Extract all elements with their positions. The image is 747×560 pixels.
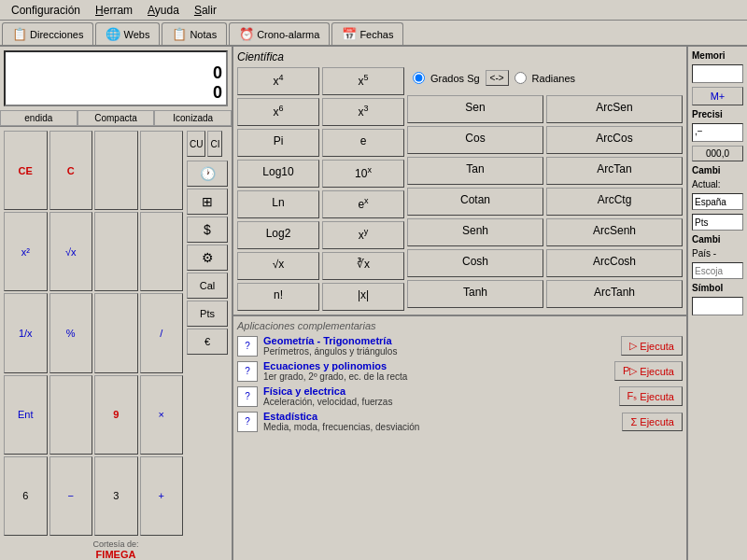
arcsenh-button[interactable]: ArcSenh [546,218,683,246]
app-item-stats: ? Estadística Media, moda, frecuencias, … [237,411,683,432]
cosh-button[interactable]: Cosh [407,249,543,277]
cal-button[interactable]: Cal [187,273,228,299]
exec-icon-stats: Σ [630,416,637,427]
grid-icon[interactable]: ⊞ [187,189,228,215]
xy-button[interactable]: xy [322,221,404,249]
app-title-stats: Estadística [263,411,616,422]
exec-label-equations: Ejecuta [640,366,674,377]
eur-button[interactable]: € [187,329,228,355]
n3-button[interactable]: 3 [94,456,138,536]
x5-button[interactable]: x5 [322,67,404,95]
tan-button[interactable]: Tan [407,157,543,185]
ex-button[interactable]: ex [322,190,404,218]
sub-button[interactable]: − [49,456,93,536]
ce-button[interactable]: CE [4,131,48,210]
pct-button[interactable]: % [49,293,93,372]
inv-button[interactable]: 1/x [4,293,48,372]
n9-button[interactable]: 9 [94,375,138,455]
pts-button[interactable]: Pts [187,301,228,327]
arccos-button[interactable]: ArcCos [546,126,683,154]
ci-button[interactable]: CI [207,131,222,157]
arctan-button[interactable]: ArcTan [546,157,683,185]
tab-direcciones[interactable]: 📋 Direcciones [2,22,93,45]
menu-herram[interactable]: Herram [88,2,140,19]
exec-physics-button[interactable]: Fₛ Ejecuta [619,386,683,406]
menu-salir[interactable]: Salir [187,2,224,19]
mplus-button[interactable]: M+ [692,87,743,105]
gear-icon[interactable]: ⚙ [187,245,228,271]
senh-button[interactable]: Senh [407,218,543,246]
empty4 [140,212,184,291]
tab-notas[interactable]: 📋 Notas [162,22,227,45]
cotan-button[interactable]: Cotan [407,188,543,216]
radianes-radio[interactable] [514,72,527,84]
x2-button[interactable]: x² [4,212,48,291]
fact-button[interactable]: n! [237,283,319,311]
pi-button[interactable]: Pi [237,129,319,157]
add-button[interactable]: + [140,456,184,536]
clock-icon[interactable]: 🕐 [187,161,228,187]
escoja-input[interactable] [692,262,743,279]
memory-display [692,64,743,83]
tab-crono-label: Crono-alarma [257,29,319,40]
view-compacta[interactable]: Compacta [78,110,155,126]
c-button[interactable]: C [49,131,93,210]
tab-crono[interactable]: ⏰ Crono-alarma [229,22,330,45]
log2-button[interactable]: Log2 [237,221,319,249]
e-button[interactable]: e [322,129,404,157]
simbolo-display [692,297,743,315]
angle-radio-group: Grados Sg <-> Radianes [407,67,683,89]
fechas-icon: 📅 [342,27,357,41]
log10-button[interactable]: Log10 [237,160,319,188]
cos-button[interactable]: Cos [407,126,543,154]
app-icon-equations: ? [237,361,258,382]
arcsen-button[interactable]: ArcSen [546,95,683,123]
cbrtx-button[interactable]: ∛x [322,252,404,280]
abs-button[interactable]: |x| [322,283,404,311]
exec-geometry-button[interactable]: ▷ Ejecuta [621,336,683,356]
ent-button[interactable]: Ent [4,375,48,455]
exec-label-stats: Ejecuta [640,416,674,427]
pts-input[interactable] [692,214,743,231]
exec-icon-geometry: ▷ [629,340,637,352]
menu-configuracion[interactable]: Configuración [4,2,88,19]
arcctg-button[interactable]: ArcCtg [546,188,683,216]
ln-button[interactable]: Ln [237,190,319,218]
dollar-icon[interactable]: $ [187,217,228,243]
courtesy-brand: FIMEGA [0,549,232,560]
actual-input[interactable] [692,193,743,210]
n6-button[interactable]: 6 [4,456,48,536]
arctanh-button[interactable]: ArcTanh [546,280,683,308]
arrow-button[interactable]: <-> [486,70,509,86]
tab-webs[interactable]: 🌐 Webs [95,22,160,45]
far-right-panel: Memori M+ Precisi ,− 000,0 Cambi Actual:… [686,47,747,560]
view-endida[interactable]: endida [0,110,78,126]
grados-radio[interactable] [413,72,425,84]
sqrt-button[interactable]: √x [49,212,93,291]
view-iconizada[interactable]: Iconizada [154,110,232,126]
x3-button[interactable]: x3 [322,98,404,126]
x6-button[interactable]: x6 [237,98,319,126]
empty5 [94,293,138,372]
sen-button[interactable]: Sen [407,95,543,123]
app-icon-stats: ? [237,412,258,432]
cu-button[interactable]: CU [187,131,205,157]
exec-equations-button[interactable]: P▷ Ejecuta [614,361,683,381]
app-title-geometry: Geometría - Trigonometría [263,335,615,346]
sqrtx-button[interactable]: √x [237,252,319,280]
pencil-button[interactable]: / [140,293,184,372]
direcciones-icon: 📋 [12,27,27,41]
10x-button[interactable]: 10x [322,160,404,188]
simbolo-label: Símbol [692,283,743,293]
calc-side: CU CI 🕐 ⊞ $ ⚙ Cal Pts € [187,127,232,539]
menu-ayuda[interactable]: Ayuda [140,2,187,19]
x4-button[interactable]: x4 [237,67,319,95]
tab-webs-label: Webs [123,29,149,40]
tanh-button[interactable]: Tanh [407,280,543,308]
tab-fechas[interactable]: 📅 Fechas [331,22,403,45]
webs-icon: 🌐 [106,27,120,41]
arccosh-button[interactable]: ArcCosh [546,249,683,277]
exec-stats-button[interactable]: Σ Ejecuta [622,413,683,431]
calc-main-grid: CE C x² √x 1/x % / Ent 9 × [0,127,187,539]
mul-button[interactable]: × [140,375,184,455]
